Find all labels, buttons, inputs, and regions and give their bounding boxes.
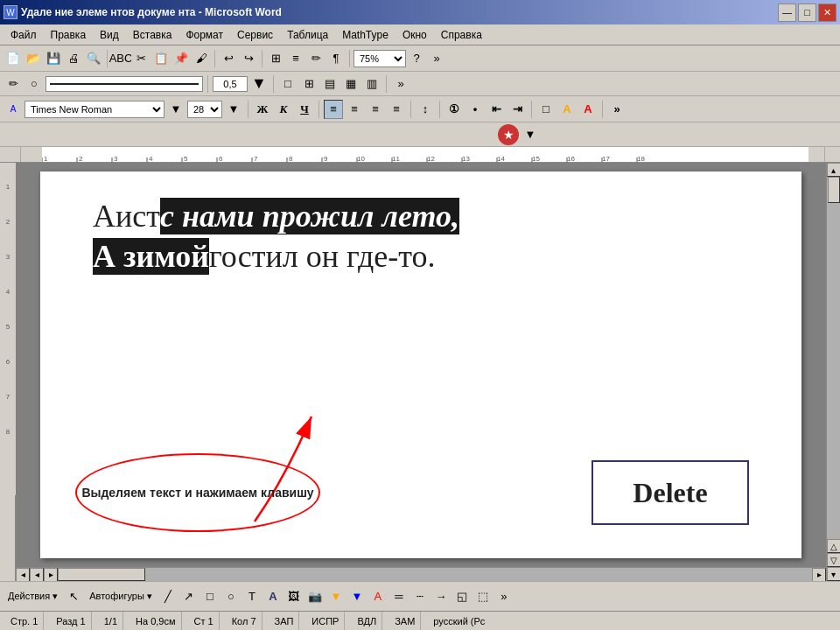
numbering-btn[interactable]: ① — [444, 100, 464, 119]
minimize-button[interactable]: — — [778, 4, 796, 22]
scroll-hthumb[interactable] — [58, 568, 145, 581]
line-color-btn2[interactable]: ▼ — [347, 587, 367, 606]
scroll-vthumb[interactable] — [828, 177, 840, 203]
scroll-down-page-up[interactable]: △ — [827, 539, 841, 553]
oval-tool[interactable]: ○ — [221, 587, 241, 606]
border-btn2[interactable]: ⊞ — [299, 74, 318, 94]
table-button[interactable]: ⊞ — [266, 49, 285, 68]
eraser-tool[interactable]: ○ — [24, 74, 44, 94]
line-tool[interactable]: ✏ — [4, 74, 23, 94]
align-left-btn[interactable]: ≡ — [324, 100, 343, 119]
shadow-btn[interactable]: ◱ — [452, 587, 472, 606]
border-btn3[interactable]: ▤ — [320, 74, 340, 94]
spell-button[interactable]: ABC — [111, 49, 130, 68]
menu-insert[interactable]: Вставка — [126, 27, 179, 43]
size-selector[interactable]: 28 — [187, 101, 222, 118]
menu-help[interactable]: Справка — [434, 27, 489, 43]
menu-mathtype[interactable]: MathType — [335, 27, 396, 43]
columns-button[interactable]: ≡ — [286, 49, 305, 68]
more-draw[interactable]: » — [391, 74, 410, 94]
increase-indent-btn[interactable]: ⇥ — [508, 100, 527, 119]
copy-button[interactable]: 📋 — [151, 49, 171, 68]
open-button[interactable]: 📂 — [24, 49, 43, 68]
3d-btn[interactable]: ⬚ — [473, 587, 493, 606]
print-button[interactable]: 🖨 — [64, 49, 83, 68]
line-spacing-btn[interactable]: ↕ — [416, 100, 435, 119]
drawing-button[interactable]: ✏ — [306, 49, 326, 68]
bullets-btn[interactable]: • — [466, 100, 485, 119]
arrow-style-btn[interactable]: → — [431, 587, 451, 606]
actions-menu[interactable]: Действия ▾ — [4, 587, 62, 606]
style-icon[interactable]: A — [4, 100, 23, 119]
zoom-select[interactable]: 75% — [354, 50, 406, 67]
preview-button[interactable]: 🔍 — [84, 49, 103, 68]
format-painter[interactable]: 🖌 — [192, 49, 211, 68]
line-style-btn[interactable]: ═ — [389, 587, 409, 606]
maximize-button[interactable]: □ — [798, 4, 816, 22]
arrow-tool[interactable]: ↗ — [179, 587, 199, 606]
highlight-btn[interactable]: A — [557, 100, 577, 119]
horizontal-scrollbar[interactable]: ◂ ◂ ▸ ▸ — [16, 567, 826, 581]
scroll-down-btn[interactable]: ▾ — [827, 567, 841, 581]
menu-view[interactable]: Вид — [93, 27, 126, 43]
align-center-btn[interactable]: ≡ — [345, 100, 364, 119]
cut-button[interactable]: ✂ — [131, 49, 150, 68]
border-fmt-btn[interactable]: □ — [536, 100, 556, 119]
scroll-page-right[interactable]: ▸ — [44, 568, 58, 582]
fill-color-btn[interactable]: ▼ — [326, 587, 346, 606]
special-icon[interactable]: ★ — [498, 124, 519, 145]
size-dropdown-arrow[interactable]: ▼ — [224, 100, 243, 119]
font-color-btn2[interactable]: A — [368, 587, 388, 606]
line-tool-draw[interactable]: ╱ — [158, 587, 178, 606]
scroll-left-btn[interactable]: ◂ — [16, 568, 30, 582]
paste-button[interactable]: 📌 — [172, 49, 191, 68]
rect-tool[interactable]: □ — [200, 587, 220, 606]
svg-text:5: 5 — [6, 323, 10, 331]
line-style-selector[interactable] — [46, 76, 203, 92]
pointer-tool[interactable]: ↖ — [64, 587, 83, 606]
more-fmt[interactable]: » — [607, 100, 626, 119]
more-draw-btn[interactable]: » — [494, 587, 514, 606]
align-justify-btn[interactable]: ≡ — [387, 100, 406, 119]
dash-style-btn[interactable]: ┄ — [410, 587, 430, 606]
menu-format[interactable]: Формат — [178, 27, 230, 43]
font-dropdown-arrow[interactable]: ▼ — [166, 100, 186, 119]
undo-button[interactable]: ↩ — [219, 49, 238, 68]
line-size-box[interactable]: 0,5 — [213, 76, 248, 92]
menu-table[interactable]: Таблица — [280, 27, 335, 43]
save-button[interactable]: 💾 — [44, 49, 63, 68]
scroll-page-left[interactable]: ◂ — [30, 568, 44, 582]
more-button[interactable]: » — [427, 49, 446, 68]
menu-service[interactable]: Сервис — [230, 27, 280, 43]
redo-button[interactable]: ↪ — [239, 49, 258, 68]
italic-button[interactable]: К — [274, 100, 293, 119]
menu-file[interactable]: Файл — [4, 27, 44, 43]
autoshapes-menu[interactable]: Автофигуры ▾ — [85, 587, 157, 606]
font-color-btn[interactable]: A — [578, 100, 598, 119]
scroll-right-btn[interactable]: ▸ — [812, 568, 826, 582]
clip-art-tool[interactable]: 🖼 — [284, 587, 304, 606]
help-button[interactable]: ? — [407, 49, 426, 68]
underline-button[interactable]: Ч — [295, 100, 314, 119]
dropdown-arrow[interactable]: ▼ — [521, 125, 540, 144]
new-button[interactable]: 📄 — [4, 49, 23, 68]
border-btn5[interactable]: ▥ — [362, 74, 382, 94]
menu-window[interactable]: Окно — [396, 27, 434, 43]
para-marks[interactable]: ¶ — [326, 49, 346, 68]
bold-button[interactable]: Ж — [253, 100, 272, 119]
align-right-btn[interactable]: ≡ — [366, 100, 385, 119]
border-btn1[interactable]: □ — [278, 74, 298, 94]
image-tool[interactable]: 📷 — [305, 587, 325, 606]
vertical-scrollbar[interactable]: ▴ △ ▽ ▾ — [826, 163, 840, 581]
line-color-btn[interactable]: ▼ — [249, 74, 269, 94]
menu-edit[interactable]: Правка — [44, 27, 94, 43]
scroll-down-page-down[interactable]: ▽ — [827, 553, 841, 567]
font-selector[interactable]: Times New Roman — [24, 101, 164, 118]
border-btn4[interactable]: ▦ — [341, 74, 360, 94]
svg-text:8: 8 — [6, 428, 10, 436]
decrease-indent-btn[interactable]: ⇤ — [486, 100, 506, 119]
textbox-tool[interactable]: T — [242, 587, 262, 606]
scroll-up-btn[interactable]: ▴ — [827, 163, 841, 177]
close-button[interactable]: ✕ — [818, 4, 836, 22]
wordart-tool[interactable]: A — [263, 587, 283, 606]
